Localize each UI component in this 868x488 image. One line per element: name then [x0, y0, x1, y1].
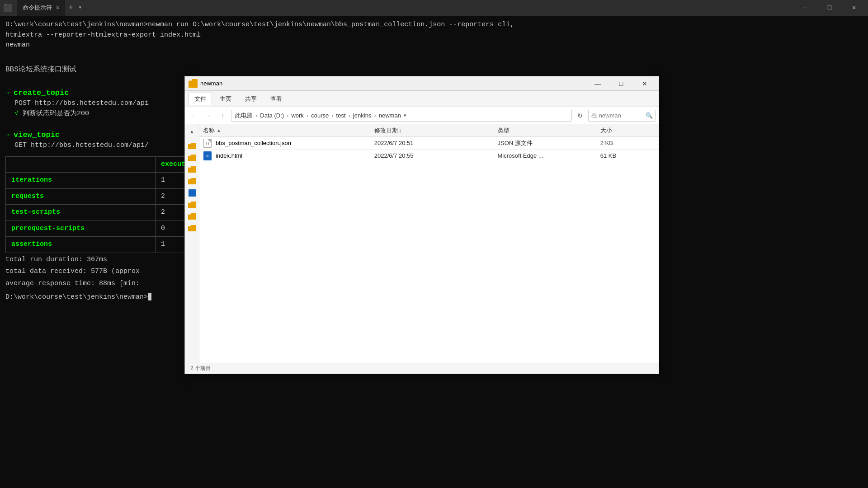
explorer-titlebar: newman — □ ✕ — [185, 76, 659, 91]
address-dropdown-btn[interactable]: ▾ — [404, 113, 406, 118]
item1-name: create_topic — [14, 89, 69, 97]
tab-label: 命令提示符 — [23, 4, 52, 12]
tab-close-btn[interactable]: ✕ — [56, 5, 60, 11]
file-list-area: 名称 ▲ 修改日期 | 类型 大小 — [199, 124, 659, 363]
file-name-col-1: { } bbs_postman_collection.json — [203, 139, 374, 148]
cmd-line-1: D:\work\course\test\jenkins\newman>newma… — [5, 20, 863, 30]
refresh-btn[interactable]: ↻ — [574, 109, 586, 122]
folder-icon-small-5 — [188, 202, 196, 208]
search-icon: 🔍 — [646, 112, 653, 119]
folder-icon-small-4 — [188, 178, 196, 184]
path-sep-5: › — [349, 112, 350, 119]
file-list-header: 名称 ▲ 修改日期 | 类型 大小 — [199, 124, 659, 137]
minimize-btn[interactable]: — — [795, 0, 816, 16]
tab-dropdown-btn[interactable]: ▾ — [77, 4, 84, 12]
path-newman: newman — [379, 112, 401, 119]
file-size-1: 2 KB — [600, 140, 613, 146]
maximize-btn[interactable]: □ — [819, 0, 840, 16]
nav-item-6[interactable] — [187, 211, 198, 222]
nav-up-btn[interactable]: ↑ — [217, 109, 229, 122]
explorer-main: ▲ — [185, 124, 659, 363]
filename-2: index.html — [216, 152, 374, 159]
edge-icon-shape: e — [203, 151, 212, 160]
stats-iterations-label: iterations — [6, 173, 156, 189]
stats-test-scripts-label: test-scripts — [6, 205, 156, 221]
explorer-addressbar: ← → ↑ 此电脑 › Data (D:) › work › course › … — [185, 107, 659, 124]
item2-name: view_topic — [14, 131, 60, 139]
search-box[interactable]: 🔍 — [588, 110, 656, 122]
explorer-ribbon: 文件 主页 共享 查看 — [185, 91, 659, 107]
file-type-col-1: JSON 源文件 — [498, 139, 600, 147]
close-btn[interactable]: ✕ — [844, 0, 864, 16]
html-file-icon: e — [203, 151, 212, 160]
file-rows: { } bbs_postman_collection.json 2022/6/7… — [199, 137, 659, 363]
col-type[interactable]: 类型 — [498, 127, 600, 135]
col-name-label: 名称 — [203, 127, 215, 135]
explorer-maximize-btn[interactable]: □ — [611, 76, 632, 91]
nav-item-3[interactable] — [187, 164, 198, 175]
nav-item-2[interactable] — [187, 152, 198, 163]
col-size-label: 大小 — [600, 127, 612, 135]
ribbon-tab-view[interactable]: 查看 — [264, 93, 288, 105]
col-name[interactable]: 名称 ▲ — [203, 127, 374, 135]
new-tab-btn[interactable]: + — [65, 3, 77, 13]
file-date-col-1: 2022/6/7 20:51 — [374, 140, 498, 146]
path-jenkins: jenkins — [353, 112, 371, 119]
stats-prerequest-label: prerequest-scripts — [6, 221, 156, 237]
path-sep-3: › — [307, 112, 308, 119]
file-date-col-2: 2022/6/7 20:55 — [374, 152, 498, 159]
address-path-bar[interactable]: 此电脑 › Data (D:) › work › course › test ›… — [231, 110, 572, 122]
ribbon-tab-share[interactable]: 共享 — [239, 93, 263, 105]
blue-icon — [189, 189, 196, 197]
folder-icon-small-6 — [188, 213, 196, 220]
terminal-titlebar: ⬛ 命令提示符 ✕ + ▾ — □ ✕ — [0, 0, 868, 16]
col-date[interactable]: 修改日期 | — [374, 127, 498, 135]
left-nav-panel: ▲ — [185, 124, 199, 363]
path-sep-2: › — [287, 112, 288, 119]
path-this-pc: 此电脑 — [235, 112, 253, 120]
explorer-folder-icon — [189, 79, 198, 88]
folder-icon-small-2 — [188, 155, 196, 161]
terminal-tab[interactable]: 命令提示符 ✕ — [17, 0, 65, 16]
col-type-label: 类型 — [498, 127, 509, 135]
path-sep-4: › — [331, 112, 333, 119]
col-date-label: 修改日期 — [374, 127, 398, 135]
item1-arrow: → — [5, 89, 14, 97]
file-size-2: 61 KB — [600, 152, 616, 159]
file-size-col-1: 2 KB — [600, 140, 655, 146]
nav-back-btn[interactable]: ← — [188, 109, 200, 122]
path-data-d: Data (D:) — [260, 112, 284, 119]
file-type-2: Microsoft Edge ... — [498, 152, 543, 159]
filename-1: bbs_postman_collection.json — [216, 140, 374, 146]
file-row-json[interactable]: { } bbs_postman_collection.json 2022/6/7… — [199, 137, 659, 150]
col-size[interactable]: 大小 — [600, 127, 655, 135]
stats-requests-label: requests — [6, 188, 156, 205]
path-sep-1: › — [255, 112, 257, 119]
cursor-col: | — [400, 128, 401, 133]
file-size-col-2: 61 KB — [600, 152, 655, 159]
ribbon-tab-home[interactable]: 主页 — [214, 93, 237, 105]
json-icon-shape: { } — [203, 139, 212, 148]
nav-item-1[interactable] — [187, 141, 198, 151]
nav-collapse-btn[interactable]: ▲ — [187, 126, 198, 137]
explorer-minimize-btn[interactable]: — — [587, 76, 608, 91]
search-input[interactable] — [591, 112, 644, 119]
nav-item-4[interactable] — [187, 176, 198, 187]
nav-forward-btn[interactable]: → — [202, 109, 215, 122]
terminal-icon: ⬛ — [4, 4, 12, 12]
nav-item-7[interactable] — [187, 223, 198, 234]
tab-area: 命令提示符 ✕ + ▾ — [17, 0, 84, 16]
path-test: test — [336, 112, 346, 119]
file-date-1: 2022/6/7 20:51 — [374, 140, 414, 146]
check-icon: √ — [14, 110, 23, 117]
explorer-close-btn[interactable]: ✕ — [634, 76, 655, 91]
collection-title: BBS论坛系统接口测试 — [5, 64, 863, 75]
file-type-col-2: Microsoft Edge ... — [498, 152, 600, 159]
nav-item-blue[interactable] — [187, 188, 198, 198]
path-work: work — [291, 112, 303, 119]
stats-empty-header — [6, 156, 156, 173]
file-row-html[interactable]: e index.html 2022/6/7 20:55 Microsoft Ed… — [199, 150, 659, 162]
nav-item-5[interactable] — [187, 199, 198, 210]
ribbon-tab-file[interactable]: 文件 — [189, 93, 212, 105]
file-name-col-2: e index.html — [203, 151, 374, 160]
